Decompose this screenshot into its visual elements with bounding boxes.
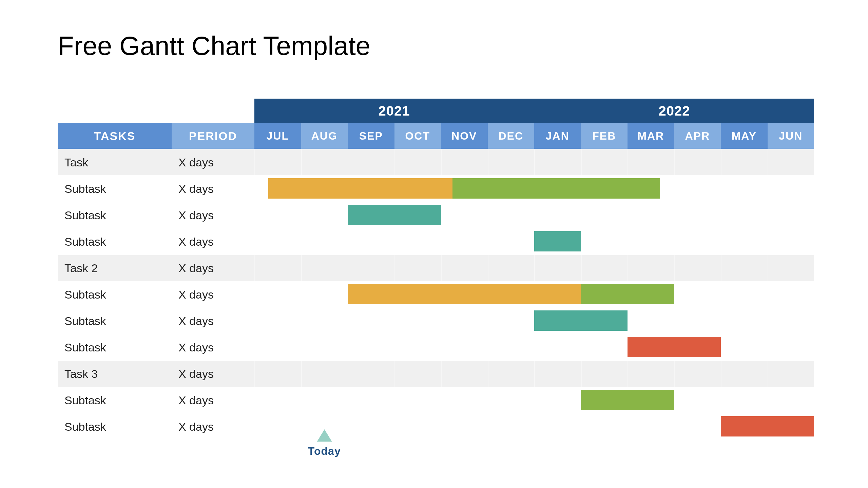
gantt-cell [768, 176, 814, 202]
gantt-row: SubtaskX days [58, 307, 814, 334]
gantt-cell [534, 202, 581, 228]
gantt-cell [254, 387, 301, 413]
task-name-cell: Task 3 [58, 361, 172, 387]
gantt-chart: 2021 2022 TASKS PERIOD JULAUGSEPOCTNOVDE… [58, 99, 814, 440]
gantt-cell [674, 255, 721, 281]
gantt-bar [581, 390, 674, 410]
gantt-cell [348, 387, 394, 413]
gantt-cell [254, 149, 301, 175]
gantt-cell [301, 229, 348, 255]
header-month-may: MAY [721, 123, 768, 149]
header-month-feb: FEB [581, 123, 628, 149]
gantt-bar [452, 178, 660, 199]
task-name-cell: Subtask [58, 229, 172, 255]
gantt-cell [441, 255, 488, 281]
gantt-cell [348, 334, 394, 360]
gantt-cell [721, 149, 768, 175]
task-period-cell: X days [172, 282, 254, 307]
gantt-cell [254, 255, 301, 281]
gantt-cell [394, 229, 441, 255]
year-header-row: 2021 2022 [58, 99, 814, 123]
task-name-cell: Task [58, 149, 172, 175]
gantt-cell [534, 361, 581, 387]
task-period-cell: X days [172, 387, 254, 413]
gantt-cell [534, 387, 581, 413]
task-period-cell: X days [172, 308, 254, 334]
task-name-cell: Task 2 [58, 255, 172, 281]
task-period-cell: X days [172, 176, 254, 202]
gantt-cell [254, 308, 301, 334]
gantt-cell [394, 387, 441, 413]
column-header-row: TASKS PERIOD JULAUGSEPOCTNOVDECJANFEBMAR… [58, 123, 814, 149]
year-header-2022: 2022 [535, 99, 814, 123]
task-name-cell: Subtask [58, 202, 172, 228]
gantt-cell [674, 414, 721, 440]
today-marker: Today [308, 429, 341, 458]
gantt-cell [581, 229, 628, 255]
gantt-cell [441, 414, 488, 440]
gantt-cell [441, 149, 488, 175]
gantt-cell [301, 202, 348, 228]
gantt-cell [254, 229, 301, 255]
task-period-cell: X days [172, 361, 254, 387]
gantt-cell [674, 229, 721, 255]
gantt-cell [581, 414, 628, 440]
gantt-cell [254, 334, 301, 360]
header-month-oct: OCT [394, 123, 441, 149]
header-tasks: TASKS [58, 123, 172, 149]
gantt-cell [488, 308, 535, 334]
gantt-cell [628, 202, 674, 228]
gantt-cell [674, 149, 721, 175]
gantt-cell [488, 387, 535, 413]
gantt-cell [488, 229, 535, 255]
gantt-cell [441, 387, 488, 413]
gantt-cell [674, 308, 721, 334]
task-period-cell: X days [172, 229, 254, 255]
gantt-bar [534, 231, 581, 251]
gantt-bar [628, 337, 721, 357]
gantt-cell [628, 414, 674, 440]
task-period-cell: X days [172, 334, 254, 360]
gantt-cell [721, 361, 768, 387]
gantt-cell [721, 308, 768, 334]
gantt-bar [348, 205, 441, 225]
gantt-bar [268, 178, 452, 199]
gantt-bar [534, 310, 628, 331]
gantt-cell [721, 202, 768, 228]
header-month-sep: SEP [348, 123, 394, 149]
header-period: PERIOD [172, 123, 254, 149]
task-name-cell: Subtask [58, 176, 172, 202]
gantt-cell [721, 334, 768, 360]
header-month-jan: JAN [534, 123, 581, 149]
gantt-cell [348, 149, 394, 175]
task-period-cell: X days [172, 202, 254, 228]
gantt-cell [394, 255, 441, 281]
task-name-cell: Subtask [58, 334, 172, 360]
gantt-cell [301, 361, 348, 387]
gantt-cell [394, 308, 441, 334]
gantt-cell [348, 229, 394, 255]
header-month-mar: MAR [628, 123, 674, 149]
gantt-cell [348, 361, 394, 387]
gantt-cell [628, 361, 674, 387]
gantt-cell [348, 308, 394, 334]
gantt-cell [254, 414, 301, 440]
gantt-cell [534, 414, 581, 440]
gantt-cell [581, 255, 628, 281]
gantt-bar [348, 284, 581, 304]
task-name-cell: Subtask [58, 387, 172, 413]
header-month-aug: AUG [301, 123, 348, 149]
gantt-cell [674, 387, 721, 413]
task-name-cell: Subtask [58, 414, 172, 440]
gantt-row: Task 2X days [58, 255, 814, 281]
gantt-cell [768, 361, 814, 387]
gantt-cell [768, 308, 814, 334]
gantt-cell [301, 308, 348, 334]
gantt-cell [301, 255, 348, 281]
gantt-row: SubtaskX days [58, 387, 814, 413]
gantt-cell [628, 229, 674, 255]
header-month-nov: NOV [441, 123, 488, 149]
task-period-cell: X days [172, 255, 254, 281]
gantt-cell [348, 255, 394, 281]
header-month-jul: JUL [254, 123, 301, 149]
